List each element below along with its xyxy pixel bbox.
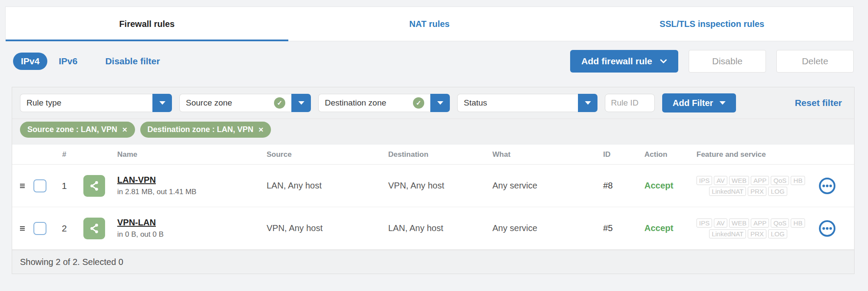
destination-zone-filter-label: Destination zone ✓ — [318, 94, 430, 112]
filter-applied-check-icon: ✓ — [274, 97, 285, 109]
disable-filter-link[interactable]: Disable filter — [105, 56, 160, 66]
column-header-feature-and-service: Feature and service — [691, 150, 800, 159]
rule-id: #5 — [598, 223, 639, 233]
status-filter-dropdown-button[interactable] — [578, 94, 597, 112]
more-actions-icon[interactable] — [819, 178, 835, 194]
table-row: 2 VPN-LAN in 0 B, out 0 B VPN, Any host … — [12, 207, 854, 250]
filter-applied-check-icon: ✓ — [413, 97, 424, 109]
status-filter-label: Status — [457, 94, 578, 112]
column-header-number: # — [52, 150, 76, 159]
feature-badge: PRX — [748, 187, 766, 196]
rule-traffic-stats: in 0 B, out 0 B — [117, 230, 261, 239]
rule-what: Any service — [487, 223, 598, 233]
feature-badge: QoS — [771, 176, 789, 185]
destination-zone-filter-dropdown-button[interactable] — [430, 94, 450, 112]
rule-what: Any service — [487, 181, 598, 191]
remove-filter-icon[interactable]: ✕ — [122, 126, 128, 134]
feature-badge: PRX — [748, 229, 766, 238]
add-firewall-rule-label: Add firewall rule — [581, 56, 652, 66]
rule-id: #8 — [598, 181, 639, 191]
feature-badge: APP — [751, 218, 769, 228]
rule-name-link[interactable]: VPN-LAN — [117, 218, 156, 228]
column-header-name: Name — [112, 150, 261, 159]
row-checkbox[interactable] — [33, 179, 46, 192]
ipv4-toggle[interactable]: IPv4 — [13, 53, 47, 70]
column-header-what: What — [487, 150, 598, 159]
filter-bar: Rule type Source zone ✓ Destination zone… — [12, 87, 854, 119]
column-header-id: ID — [598, 150, 639, 159]
rule-destination: LAN, Any host — [383, 223, 487, 233]
feature-badge: WEB — [729, 218, 749, 228]
feature-badge: AV — [714, 176, 727, 185]
network-rule-icon — [83, 175, 105, 197]
rule-action: Accept — [639, 181, 691, 191]
rule-name-link[interactable]: LAN-VPN — [117, 175, 156, 185]
table-header-row: # Name Source Destination What ID Action… — [12, 145, 854, 165]
rule-type-filter-label: Rule type — [20, 94, 152, 112]
network-rule-icon — [83, 218, 105, 239]
chevron-down-icon — [298, 101, 304, 105]
rule-traffic-stats: in 2.81 MB, out 1.41 MB — [117, 188, 261, 196]
rule-number: 1 — [52, 181, 76, 191]
rule-source: VPN, Any host — [261, 223, 383, 233]
source-zone-filter-chip: Source zone : LAN, VPN ✕ — [20, 122, 135, 138]
toolbar-actions: Add firewall rule Disable Delete — [570, 50, 854, 73]
chevron-down-icon — [660, 59, 667, 63]
source-zone-filter-dropdown-button[interactable] — [291, 94, 311, 112]
feature-badge: LOG — [768, 229, 787, 238]
add-firewall-rule-button[interactable]: Add firewall rule — [570, 50, 678, 73]
column-header-destination: Destination — [383, 150, 487, 159]
feature-badge: WEB — [729, 176, 749, 185]
feature-badge: AV — [714, 218, 727, 228]
feature-badges: IPSAVWEBAPPQoSHB LinkedNATPRXLOG — [691, 218, 800, 238]
ipv6-toggle[interactable]: IPv6 — [59, 56, 77, 66]
feature-badges: IPSAVWEBAPPQoSHB LinkedNATPRXLOG — [691, 176, 800, 196]
rule-type-filter-dropdown-button[interactable] — [152, 94, 172, 112]
feature-badge: APP — [751, 176, 769, 185]
tab-ssl-tls-inspection-rules[interactable]: SSL/TLS inspection rules — [571, 7, 853, 41]
rule-id-input[interactable] — [605, 94, 655, 112]
rule-action: Accept — [639, 223, 691, 233]
feature-badge: LOG — [768, 187, 787, 196]
firewall-rules-panel: Rule type Source zone ✓ Destination zone… — [12, 87, 855, 274]
toolbar: IPv4 IPv6 Disable filter Add firewall ru… — [13, 47, 854, 76]
feature-badge: IPS — [696, 176, 712, 185]
drag-handle-icon[interactable] — [12, 226, 28, 231]
destination-zone-filter-dropdown[interactable]: Destination zone ✓ — [318, 94, 450, 112]
chevron-down-icon — [159, 101, 165, 105]
column-header-action: Action — [639, 150, 691, 159]
active-filter-chips: Source zone : LAN, VPN ✕ Destination zon… — [12, 119, 854, 145]
share-icon — [89, 223, 100, 234]
table-footer-status: Showing 2 of 2. Selected 0 — [12, 250, 854, 274]
drag-handle-icon[interactable] — [12, 184, 28, 188]
reset-filter-link[interactable]: Reset filter — [795, 98, 842, 108]
row-checkbox[interactable] — [33, 222, 46, 235]
feature-badge: LinkedNAT — [709, 187, 746, 196]
rule-source: LAN, Any host — [261, 181, 383, 191]
chevron-down-icon — [437, 101, 443, 105]
rule-destination: VPN, Any host — [383, 181, 487, 191]
feature-badge: IPS — [696, 218, 712, 228]
chevron-down-icon — [719, 101, 726, 105]
disable-button[interactable]: Disable — [689, 50, 766, 73]
share-icon — [89, 180, 100, 192]
destination-zone-filter-chip: Destination zone : LAN, VPN ✕ — [140, 122, 271, 138]
add-filter-button[interactable]: Add Filter — [662, 93, 736, 112]
remove-filter-icon[interactable]: ✕ — [258, 126, 264, 134]
source-zone-filter-dropdown[interactable]: Source zone ✓ — [179, 94, 311, 112]
status-filter-dropdown[interactable]: Status — [457, 94, 597, 112]
feature-badge: QoS — [771, 218, 789, 228]
table-row: 1 LAN-VPN in 2.81 MB, out 1.41 MB LAN, A… — [12, 165, 854, 207]
source-zone-filter-label: Source zone ✓ — [179, 94, 291, 112]
rule-number: 2 — [52, 223, 76, 234]
chevron-down-icon — [585, 101, 591, 105]
feature-badge: LinkedNAT — [709, 229, 746, 238]
more-actions-icon[interactable] — [819, 220, 835, 237]
delete-button[interactable]: Delete — [776, 50, 854, 73]
tab-firewall-rules[interactable]: Firewall rules — [6, 7, 288, 41]
rule-type-tabs: Firewall rules NAT rules SSL/TLS inspect… — [5, 7, 854, 41]
tab-nat-rules[interactable]: NAT rules — [288, 7, 571, 41]
rule-type-filter-dropdown[interactable]: Rule type — [20, 94, 172, 112]
column-header-source: Source — [261, 150, 383, 159]
